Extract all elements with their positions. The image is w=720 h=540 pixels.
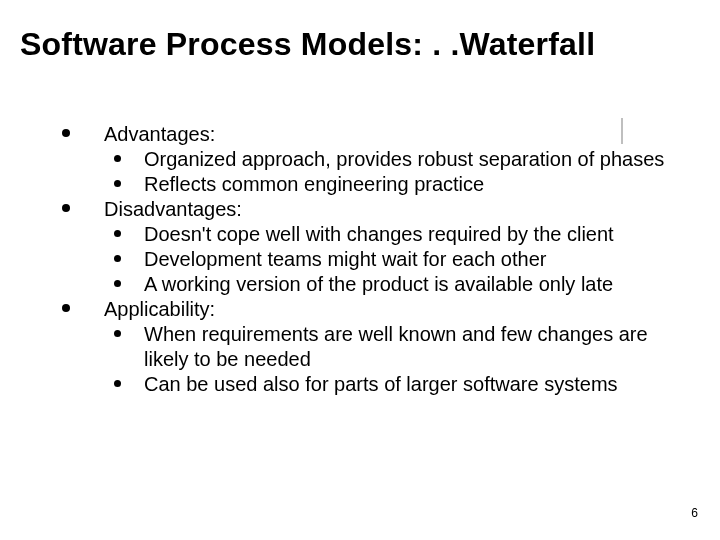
section-heading: Applicability: (104, 298, 215, 320)
slide-title: Software Process Models: . .Waterfall (20, 26, 595, 63)
sub-list: Doesn't cope well with changes required … (104, 222, 680, 297)
item-text: Organized approach, provides robust sepa… (144, 148, 664, 170)
list-item: Reflects common engineering practice (104, 172, 680, 197)
item-text: When requirements are well known and few… (144, 323, 648, 370)
list-item: Can be used also for parts of larger sof… (104, 372, 680, 397)
top-list: Advantages: Organized approach, provides… (60, 122, 680, 397)
section-advantages: Advantages: Organized approach, provides… (60, 122, 680, 197)
page-number: 6 (691, 506, 698, 520)
section-applicability: Applicability: When requirements are wel… (60, 297, 680, 397)
sub-list: Organized approach, provides robust sepa… (104, 147, 680, 197)
section-heading: Advantages: (104, 123, 215, 145)
item-text: Can be used also for parts of larger sof… (144, 373, 618, 395)
list-item: Doesn't cope well with changes required … (104, 222, 680, 247)
item-text: Doesn't cope well with changes required … (144, 223, 614, 245)
list-item: When requirements are well known and few… (104, 322, 680, 372)
slide-body: Advantages: Organized approach, provides… (60, 122, 680, 397)
item-text: A working version of the product is avai… (144, 273, 613, 295)
section-disadvantages: Disadvantages: Doesn't cope well with ch… (60, 197, 680, 297)
list-item: Organized approach, provides robust sepa… (104, 147, 680, 172)
list-item: Development teams might wait for each ot… (104, 247, 680, 272)
section-heading: Disadvantages: (104, 198, 242, 220)
item-text: Development teams might wait for each ot… (144, 248, 546, 270)
item-text: Reflects common engineering practice (144, 173, 484, 195)
sub-list: When requirements are well known and few… (104, 322, 680, 397)
slide: Software Process Models: . .Waterfall Ad… (0, 0, 720, 540)
list-item: A working version of the product is avai… (104, 272, 680, 297)
